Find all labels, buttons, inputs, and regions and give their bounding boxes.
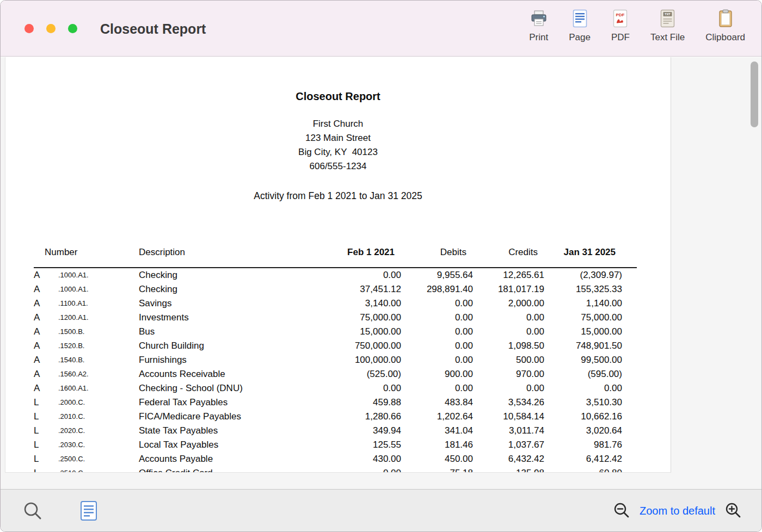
beginning-balance-cell: 15,000.00 [318,325,401,339]
report-table-rows: A .1000.A1. Checking 0.00 9,955.64 12,26… [34,268,637,473]
table-row: L .2030.C. Local Tax Payables 125.55 181… [34,438,637,452]
organization-address-line1: 123 Main Street [5,131,671,145]
debits-cell: 9,955.64 [401,268,473,282]
ending-balance-cell: 75,000.00 [544,311,622,325]
pdf-icon: PDF [613,9,628,28]
beginning-balance-cell: 75,000.00 [318,311,401,325]
organization-address-line2: Big City, KY 40123 [5,145,671,159]
debits-cell: 900.00 [401,367,473,381]
ending-balance-cell: 15,000.00 [544,325,622,339]
organization-block: First Church 123 Main Street Big City, K… [5,117,671,174]
table-row: A .1520.B. Church Building 750,000.00 0.… [34,339,637,353]
header-description: Description [139,245,318,259]
header-number: Number [34,245,139,259]
account-type-cell: A [34,381,58,395]
beginning-balance-cell: 1,280.66 [318,410,401,424]
account-description-cell: Investments [139,311,318,325]
text-preview-button[interactable] [80,500,97,523]
debits-cell: 298,891.40 [401,282,473,296]
account-number-cell: .1100.A1. [58,296,139,311]
account-type-cell: L [34,395,58,410]
report-table-header: Number Description Feb 1 2021 Debits Cre… [34,237,637,268]
account-type-cell: A [34,367,58,381]
table-row: A .1540.B. Furnishings 100,000.00 0.00 5… [34,353,637,367]
account-number-cell: .2010.C. [58,410,139,424]
vertical-scrollbar-thumb[interactable] [751,61,758,127]
debits-cell: 0.00 [401,339,473,353]
zoom-controls: Zoom to default [613,490,742,532]
table-row: A .1600.A1. Checking - School (DNU) 0.00… [34,381,637,395]
table-row: L .2510.C. Office Credit Card 0.00 75.18… [34,466,637,473]
zoom-out-button[interactable] [613,502,630,521]
account-type-cell: L [34,466,58,473]
account-number-cell: .1520.B. [58,339,139,353]
credits-cell: 181,017.19 [473,282,544,296]
report-title: Closeout Report [5,90,671,103]
header-debits: Debits [401,245,473,259]
ending-balance-cell: 981.76 [544,438,622,452]
account-description-cell: State Tax Payables [139,424,318,438]
debits-cell: 0.00 [401,353,473,367]
credits-cell: 10,584.14 [473,410,544,424]
account-type-cell: A [34,268,58,282]
account-number-cell: .1000.A1. [58,282,139,296]
window-title: Closeout Report [100,21,206,37]
magnifier-button[interactable] [22,500,43,523]
account-number-cell: .2030.C. [58,438,139,452]
beginning-balance-cell: 459.88 [318,395,401,410]
debits-cell: 341.04 [401,424,473,438]
ending-balance-cell: 748,901.50 [544,339,622,353]
credits-cell: 6,432.42 [473,452,544,466]
clipboard-button[interactable]: Clipboard [705,9,745,43]
ending-balance-cell: 6,412.42 [544,452,622,466]
credits-cell: 12,265.61 [473,268,544,282]
pdf-button[interactable]: PDF PDF [611,9,630,43]
account-type-cell: L [34,452,58,466]
table-row: A .1560.A2. Accounts Receivable (525.00)… [34,367,637,381]
table-row: A .1000.A1. Checking 37,451.12 298,891.4… [34,282,637,296]
text-file-button[interactable]: TXT Text File [650,9,685,43]
activity-range-line: Activity from Feb 1 2021 to Jan 31 2025 [5,189,671,203]
pdf-label: PDF [611,32,630,43]
organization-name: First Church [5,117,671,131]
page-button[interactable]: Page [569,9,591,43]
beginning-balance-cell: 0.00 [318,268,401,282]
table-row: L .2500.C. Accounts Payable 430.00 450.0… [34,452,637,466]
app-window: Closeout Report Print [0,0,762,532]
beginning-balance-cell: 430.00 [318,452,401,466]
ending-balance-cell: 3,510.30 [544,395,622,410]
print-button[interactable]: Print [529,9,548,43]
titlebar: Closeout Report Print [1,1,761,57]
close-window-button[interactable] [24,24,34,33]
organization-phone: 606/555-1234 [5,159,671,174]
account-description-cell: Checking [139,268,318,282]
account-description-cell: Checking - School (DNU) [139,381,318,395]
zoom-in-icon [724,512,742,521]
account-number-cell: .2020.C. [58,424,139,438]
text-file-label: Text File [650,32,685,43]
account-description-cell: Church Building [139,339,318,353]
credits-cell: 500.00 [473,353,544,367]
table-row: L .2010.C. FICA/Medicare Payables 1,280.… [34,410,637,424]
beginning-balance-cell: 0.00 [318,381,401,395]
account-description-cell: Bus [139,325,318,339]
account-number-cell: .1600.A1. [58,381,139,395]
minimize-window-button[interactable] [46,24,56,33]
account-description-cell: Local Tax Payables [139,438,318,452]
account-type-cell: L [34,438,58,452]
beginning-balance-cell: 0.00 [318,466,401,473]
account-type-cell: A [34,296,58,311]
account-type-cell: L [34,410,58,424]
zoom-in-button[interactable] [724,502,742,521]
debits-cell: 181.46 [401,438,473,452]
print-label: Print [529,32,548,43]
credits-cell: 3,011.74 [473,424,544,438]
zoom-to-default-button[interactable]: Zoom to default [640,505,715,517]
debits-cell: 0.00 [401,325,473,339]
zoom-window-button[interactable] [68,24,77,33]
account-description-cell: Savings [139,296,318,311]
credits-cell: 3,534.26 [473,395,544,410]
txt-file-icon: TXT [660,9,675,28]
account-type-cell: L [34,424,58,438]
table-row: A .1100.A1. Savings 3,140.00 0.00 2,000.… [34,296,637,311]
